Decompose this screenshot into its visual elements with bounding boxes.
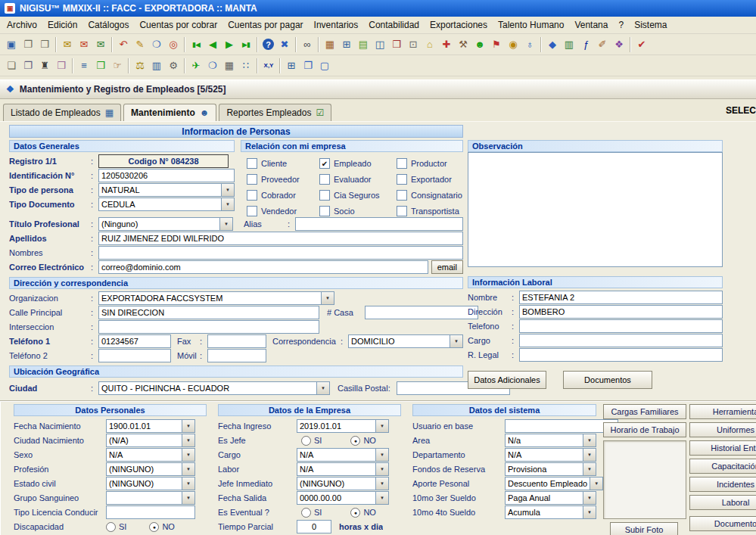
checkbox-box[interactable] [397,174,407,185]
checkbox-vendedor[interactable]: Vendedor [247,206,319,216]
usuario-base-input[interactable] [505,419,618,433]
nav-last-icon[interactable]: ▶▮ [238,36,254,53]
help-icon[interactable]: ? [263,39,274,50]
chart-icon[interactable]: ▥ [561,36,577,53]
es-jefe-si-radio[interactable] [301,436,311,446]
edit-pen-icon[interactable]: ✎ [132,36,148,53]
checkbox-transportista[interactable]: Transportista [397,206,463,216]
send-mail-icon[interactable]: ✉ [59,36,76,53]
decimo-tercer-sueldo-select[interactable]: Paga Anual [505,491,596,505]
chevron-down-icon[interactable] [375,477,388,490]
laboral-button[interactable]: Laboral [689,495,756,510]
herramientas-button[interactable]: Herramienta [689,404,756,419]
undo-icon[interactable]: ↶ [115,36,132,53]
xy-axis-icon[interactable]: X,Y [260,58,277,74]
menu-exportaciones[interactable]: Exportaciones [425,17,493,33]
chevron-down-icon[interactable] [583,492,596,504]
diamond-icon[interactable]: ◆ [544,36,561,53]
book-icon[interactable]: ❒ [388,36,405,53]
ciudad-select[interactable]: QUITO - PICHINCHA - ECUADOR [98,381,330,395]
find-icon[interactable]: ❍ [204,58,221,74]
chevron-down-icon[interactable] [590,477,602,490]
chevron-down-icon[interactable] [221,198,234,210]
profesion-select[interactable]: (NINGUNO) [106,462,195,476]
interseccion-input[interactable] [98,320,319,334]
cargas-familiares-button[interactable]: Cargas Familiares [603,404,686,419]
fecha-salida-select[interactable]: 0000.00.00 [297,491,389,505]
binoculars-icon[interactable]: ∞ [299,36,316,53]
save-icon[interactable]: ▣ [3,36,20,53]
documentos-button[interactable]: Documentos [563,371,652,389]
laboral-direccion-input[interactable] [519,305,723,319]
laboral-telefono-input[interactable] [519,319,723,333]
checkbox-exportador[interactable]: Exportador [397,174,463,185]
chevron-down-icon[interactable] [182,477,194,490]
movil-input[interactable] [207,349,266,362]
checkbox-empleado[interactable]: ✔Empleado [319,158,397,169]
chevron-down-icon[interactable] [219,218,232,230]
chevron-down-icon[interactable] [450,335,462,347]
chevron-down-icon[interactable] [583,506,596,518]
tab-listado-empleados[interactable]: Listado de Empleados ▦ [3,104,121,121]
ciudad-nacimiento-select[interactable]: (N/A) [106,434,195,447]
incidentes-button[interactable]: Incidentes [689,477,756,492]
forward-mail-icon[interactable]: ✉ [92,36,109,53]
chevron-down-icon[interactable] [583,449,596,461]
chevron-down-icon[interactable] [375,463,388,475]
chevron-down-icon[interactable] [583,434,596,446]
checkbox-box[interactable] [247,158,257,169]
menu-archivo[interactable]: Archivo [2,17,42,33]
discapacidad-si-option[interactable]: SI [106,522,126,532]
telefono1-input[interactable] [98,334,171,348]
discapacidad-no-option[interactable]: ●NO [149,522,175,532]
search-document-icon[interactable]: ❍ [148,36,165,53]
checkbox-box[interactable] [397,158,407,169]
organizacion-select[interactable]: EXPORTADORA FACCSYSTEM [98,291,334,305]
es-eventual-si-option[interactable]: SI [301,508,322,518]
datos-adicionales-button[interactable]: Datos Adicionales [468,371,546,389]
decimo-cuarto-sueldo-select[interactable]: Acumula [505,505,596,519]
checkbox-productor[interactable]: Productor [397,158,463,169]
fax-input[interactable] [207,334,266,348]
sheet-view-icon[interactable]: ▦ [221,58,238,74]
menu-talento-humano[interactable]: Talento Humano [493,17,569,33]
alias-input[interactable] [295,217,463,231]
plane-icon[interactable]: ✈ [188,58,204,74]
menu-edicion[interactable]: Edición [42,17,82,33]
chevron-down-icon[interactable] [182,463,194,475]
chevron-down-icon[interactable] [221,184,234,196]
scales-icon[interactable]: ⚖ [132,58,148,74]
laboral-cargo-input[interactable] [519,334,723,347]
sexo-select[interactable]: N/A [106,448,195,462]
menu-cuentas-por-cobrar[interactable]: Cuentas por cobrar [134,17,222,33]
checkbox-box[interactable] [319,174,330,185]
checkbox-box[interactable]: ✔ [319,158,330,169]
chevron-down-icon[interactable] [583,463,596,475]
empresa-cargo-select[interactable]: N/A [297,448,389,462]
table-icon[interactable]: ⊞ [283,58,300,74]
fecha-nacimiento-select[interactable]: 1900.01.01 [106,419,195,433]
tools-icon[interactable]: ⚒ [455,36,471,53]
menu-inventarios[interactable]: Inventarios [309,17,364,33]
flag-icon[interactable]: ⚑ [488,36,505,53]
observacion-textarea[interactable] [468,152,723,267]
notebook-icon[interactable]: ▤ [355,36,372,53]
apellidos-input[interactable] [98,232,463,245]
es-eventual-no-option[interactable]: ●NO [350,508,376,518]
historial-button[interactable]: Historial Ent / [689,440,756,456]
new-document-icon[interactable]: ❏ [3,58,20,74]
jefe-inmediato-select[interactable]: (NINGUNO) [297,477,389,490]
es-jefe-no-option[interactable]: ●NO [350,436,376,446]
menu-cuentas-por-pagar[interactable]: Cuentas por pagar [222,17,308,33]
chevron-down-icon[interactable] [375,449,388,461]
checkbox-cobrador[interactable]: Cobrador [247,190,319,201]
receive-mail-icon[interactable]: ✉ [76,36,92,53]
list-edit-icon[interactable]: ≡ [76,58,92,74]
correo-input[interactable] [98,260,428,274]
laboral-rlegal-input[interactable] [519,348,723,362]
tiempo-parcial-input[interactable] [297,520,331,533]
menu-contabilidad[interactable]: Contabilidad [363,17,425,33]
chevron-down-icon[interactable] [182,449,194,461]
cardfile-icon[interactable]: ▦ [322,36,338,53]
books-icon[interactable]: ▥ [148,58,165,74]
